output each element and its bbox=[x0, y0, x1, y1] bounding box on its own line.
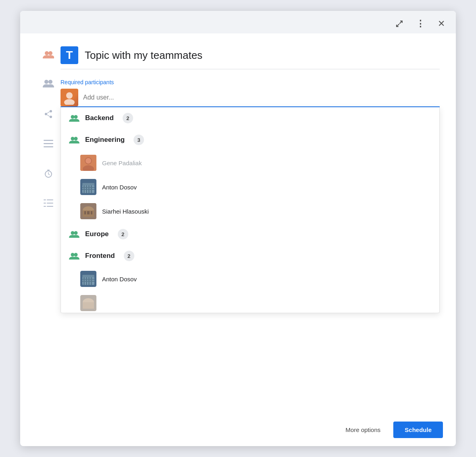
siarhei-avatar bbox=[80, 203, 96, 219]
gene-avatar bbox=[80, 155, 96, 171]
svg-rect-10 bbox=[44, 143, 53, 144]
dialog-window: ⋮ ✕ bbox=[20, 11, 456, 446]
svg-point-25 bbox=[74, 137, 78, 141]
svg-point-6 bbox=[50, 116, 52, 118]
more-options-button[interactable]: More options bbox=[339, 422, 387, 437]
svg-rect-55 bbox=[84, 277, 85, 285]
svg-rect-39 bbox=[82, 183, 94, 185]
svg-rect-16 bbox=[44, 203, 46, 204]
svg-rect-35 bbox=[84, 185, 85, 193]
anton-eng-name: Anton Dosov bbox=[102, 184, 137, 191]
svg-line-8 bbox=[47, 115, 50, 116]
more-options-icon[interactable]: ⋮ bbox=[414, 17, 427, 30]
footer: More options Schedule bbox=[20, 413, 456, 446]
main-content: T Topic with my teammates Required parti… bbox=[20, 33, 456, 413]
siarhei-name: Siarhei Hlasouski bbox=[102, 208, 149, 215]
title-bar: ⋮ ✕ bbox=[20, 11, 456, 33]
current-user-avatar bbox=[61, 89, 78, 106]
gene-name: Gene Padaliak bbox=[102, 160, 142, 166]
form-area: T Topic with my teammates Required parti… bbox=[61, 46, 440, 413]
svg-line-7 bbox=[47, 112, 50, 113]
svg-point-24 bbox=[71, 137, 75, 141]
anton-eng-avatar bbox=[80, 179, 96, 195]
group-frontend-icon bbox=[69, 251, 79, 260]
close-button[interactable]: ✕ bbox=[435, 17, 448, 30]
svg-rect-58 bbox=[91, 277, 92, 285]
backend-name: Backend bbox=[85, 114, 114, 122]
sidebar-menu-icon[interactable] bbox=[44, 140, 53, 150]
group-engineering[interactable]: Engineering 3 bbox=[61, 129, 439, 151]
group-backend-icon bbox=[69, 114, 79, 123]
group-backend[interactable]: Backend 2 bbox=[61, 107, 439, 129]
sidebar-share-icon[interactable] bbox=[44, 109, 53, 120]
svg-rect-62 bbox=[83, 302, 94, 309]
svg-point-2 bbox=[44, 80, 48, 84]
participants-label: Required participants bbox=[61, 79, 440, 85]
member-gene[interactable]: Gene Padaliak bbox=[61, 151, 439, 175]
svg-point-1 bbox=[48, 51, 52, 55]
svg-rect-11 bbox=[44, 146, 53, 147]
sidebar-group-icon[interactable] bbox=[43, 79, 54, 90]
svg-rect-37 bbox=[88, 185, 90, 193]
svg-rect-13 bbox=[47, 170, 50, 170]
europe-name: Europe bbox=[85, 230, 109, 238]
group-europe-icon bbox=[69, 230, 79, 239]
member-ce-partial[interactable] bbox=[61, 291, 439, 313]
svg-rect-44 bbox=[84, 211, 86, 214]
svg-rect-15 bbox=[47, 199, 53, 200]
svg-point-3 bbox=[48, 80, 52, 84]
svg-rect-19 bbox=[47, 206, 53, 207]
add-user-input[interactable] bbox=[83, 91, 440, 104]
participants-row bbox=[61, 89, 440, 106]
group-engineering-icon bbox=[69, 135, 79, 144]
sidebar-timer-icon[interactable] bbox=[44, 169, 53, 180]
group-europe[interactable]: Europe 2 bbox=[61, 223, 439, 245]
svg-rect-14 bbox=[44, 199, 46, 200]
svg-point-48 bbox=[74, 231, 78, 235]
ce-avatar bbox=[80, 295, 96, 311]
svg-point-20 bbox=[66, 92, 73, 99]
group-frontend[interactable]: Frontend 2 bbox=[61, 245, 439, 267]
svg-point-49 bbox=[71, 253, 75, 257]
expand-button[interactable] bbox=[393, 17, 406, 30]
svg-rect-17 bbox=[47, 203, 53, 204]
engineering-name: Engineering bbox=[85, 136, 125, 144]
meeting-title-row: T Topic with my teammates bbox=[61, 46, 440, 64]
meeting-title: Topic with my teammates bbox=[85, 49, 440, 62]
meeting-icon: T bbox=[61, 46, 78, 64]
svg-rect-46 bbox=[91, 211, 92, 214]
svg-point-47 bbox=[71, 231, 75, 235]
svg-point-0 bbox=[45, 51, 49, 55]
svg-rect-45 bbox=[87, 211, 90, 214]
svg-rect-57 bbox=[88, 277, 90, 285]
svg-rect-38 bbox=[91, 185, 92, 193]
frontend-count: 2 bbox=[124, 251, 134, 261]
left-sidebar bbox=[36, 46, 61, 413]
anton-front-avatar bbox=[80, 271, 96, 287]
sidebar-participants-icon[interactable] bbox=[43, 50, 54, 59]
svg-point-4 bbox=[50, 110, 52, 112]
dropdown-container: Backend 2 Engineering 3 bbox=[61, 107, 440, 313]
svg-rect-9 bbox=[44, 140, 53, 141]
title-divider bbox=[61, 69, 440, 69]
svg-point-29 bbox=[86, 158, 91, 164]
svg-point-50 bbox=[74, 253, 78, 257]
member-siarhei[interactable]: Siarhei Hlasouski bbox=[61, 199, 439, 223]
svg-rect-18 bbox=[44, 206, 46, 207]
frontend-name: Frontend bbox=[85, 252, 115, 260]
backend-count: 2 bbox=[123, 113, 133, 123]
sidebar-list-icon[interactable] bbox=[44, 199, 53, 209]
engineering-count: 3 bbox=[134, 135, 144, 145]
svg-point-23 bbox=[74, 115, 78, 119]
svg-rect-56 bbox=[86, 277, 87, 285]
schedule-button[interactable]: Schedule bbox=[393, 422, 443, 438]
member-anton-eng[interactable]: Anton Dosov bbox=[61, 175, 439, 199]
svg-rect-36 bbox=[86, 185, 87, 193]
europe-count: 2 bbox=[118, 229, 128, 239]
svg-point-5 bbox=[45, 113, 47, 115]
anton-front-name: Anton Dosov bbox=[102, 276, 137, 283]
svg-point-21 bbox=[64, 99, 75, 105]
member-anton-front[interactable]: Anton Dosov bbox=[61, 267, 439, 291]
svg-point-22 bbox=[71, 115, 75, 119]
svg-rect-59 bbox=[82, 275, 94, 277]
